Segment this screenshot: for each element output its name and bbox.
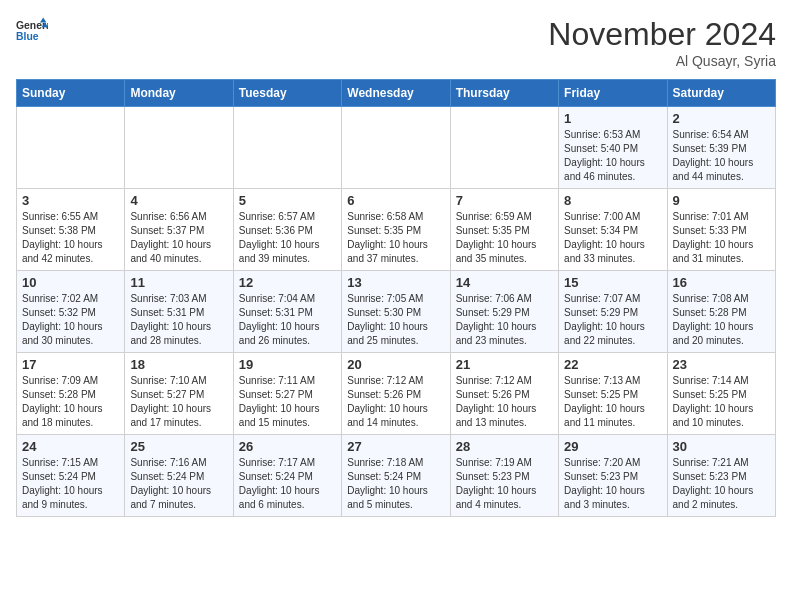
calendar-cell	[17, 107, 125, 189]
day-number: 20	[347, 357, 444, 372]
day-number: 14	[456, 275, 553, 290]
day-detail: Sunrise: 7:10 AM Sunset: 5:27 PM Dayligh…	[130, 374, 227, 430]
day-detail: Sunrise: 7:06 AM Sunset: 5:29 PM Dayligh…	[456, 292, 553, 348]
calendar-cell: 10Sunrise: 7:02 AM Sunset: 5:32 PM Dayli…	[17, 271, 125, 353]
day-number: 23	[673, 357, 770, 372]
calendar-cell: 28Sunrise: 7:19 AM Sunset: 5:23 PM Dayli…	[450, 435, 558, 517]
day-detail: Sunrise: 6:56 AM Sunset: 5:37 PM Dayligh…	[130, 210, 227, 266]
day-number: 22	[564, 357, 661, 372]
calendar-cell: 1Sunrise: 6:53 AM Sunset: 5:40 PM Daylig…	[559, 107, 667, 189]
day-number: 7	[456, 193, 553, 208]
month-title: November 2024	[548, 16, 776, 53]
calendar-cell: 3Sunrise: 6:55 AM Sunset: 5:38 PM Daylig…	[17, 189, 125, 271]
day-detail: Sunrise: 7:00 AM Sunset: 5:34 PM Dayligh…	[564, 210, 661, 266]
calendar-week-row: 1Sunrise: 6:53 AM Sunset: 5:40 PM Daylig…	[17, 107, 776, 189]
day-detail: Sunrise: 7:07 AM Sunset: 5:29 PM Dayligh…	[564, 292, 661, 348]
calendar-cell: 22Sunrise: 7:13 AM Sunset: 5:25 PM Dayli…	[559, 353, 667, 435]
day-number: 17	[22, 357, 119, 372]
location-subtitle: Al Qusayr, Syria	[548, 53, 776, 69]
calendar-week-row: 24Sunrise: 7:15 AM Sunset: 5:24 PM Dayli…	[17, 435, 776, 517]
title-block: November 2024 Al Qusayr, Syria	[548, 16, 776, 69]
weekday-header: Sunday	[17, 80, 125, 107]
calendar-cell: 16Sunrise: 7:08 AM Sunset: 5:28 PM Dayli…	[667, 271, 775, 353]
calendar-week-row: 17Sunrise: 7:09 AM Sunset: 5:28 PM Dayli…	[17, 353, 776, 435]
calendar-cell: 12Sunrise: 7:04 AM Sunset: 5:31 PM Dayli…	[233, 271, 341, 353]
calendar-cell: 8Sunrise: 7:00 AM Sunset: 5:34 PM Daylig…	[559, 189, 667, 271]
calendar-cell: 2Sunrise: 6:54 AM Sunset: 5:39 PM Daylig…	[667, 107, 775, 189]
day-number: 19	[239, 357, 336, 372]
day-number: 8	[564, 193, 661, 208]
day-detail: Sunrise: 7:18 AM Sunset: 5:24 PM Dayligh…	[347, 456, 444, 512]
day-number: 30	[673, 439, 770, 454]
day-number: 11	[130, 275, 227, 290]
day-detail: Sunrise: 6:58 AM Sunset: 5:35 PM Dayligh…	[347, 210, 444, 266]
day-number: 28	[456, 439, 553, 454]
day-detail: Sunrise: 7:11 AM Sunset: 5:27 PM Dayligh…	[239, 374, 336, 430]
calendar-cell: 20Sunrise: 7:12 AM Sunset: 5:26 PM Dayli…	[342, 353, 450, 435]
calendar-week-row: 3Sunrise: 6:55 AM Sunset: 5:38 PM Daylig…	[17, 189, 776, 271]
day-number: 3	[22, 193, 119, 208]
day-detail: Sunrise: 7:01 AM Sunset: 5:33 PM Dayligh…	[673, 210, 770, 266]
day-detail: Sunrise: 6:53 AM Sunset: 5:40 PM Dayligh…	[564, 128, 661, 184]
calendar-cell: 21Sunrise: 7:12 AM Sunset: 5:26 PM Dayli…	[450, 353, 558, 435]
calendar-cell: 15Sunrise: 7:07 AM Sunset: 5:29 PM Dayli…	[559, 271, 667, 353]
calendar-cell	[342, 107, 450, 189]
calendar-cell: 25Sunrise: 7:16 AM Sunset: 5:24 PM Dayli…	[125, 435, 233, 517]
day-number: 10	[22, 275, 119, 290]
weekday-header: Tuesday	[233, 80, 341, 107]
day-detail: Sunrise: 7:15 AM Sunset: 5:24 PM Dayligh…	[22, 456, 119, 512]
day-detail: Sunrise: 6:57 AM Sunset: 5:36 PM Dayligh…	[239, 210, 336, 266]
day-number: 9	[673, 193, 770, 208]
day-number: 13	[347, 275, 444, 290]
calendar-cell	[233, 107, 341, 189]
day-number: 21	[456, 357, 553, 372]
calendar-cell: 17Sunrise: 7:09 AM Sunset: 5:28 PM Dayli…	[17, 353, 125, 435]
day-number: 26	[239, 439, 336, 454]
day-number: 15	[564, 275, 661, 290]
day-detail: Sunrise: 7:16 AM Sunset: 5:24 PM Dayligh…	[130, 456, 227, 512]
day-detail: Sunrise: 7:09 AM Sunset: 5:28 PM Dayligh…	[22, 374, 119, 430]
day-number: 2	[673, 111, 770, 126]
day-number: 25	[130, 439, 227, 454]
day-number: 12	[239, 275, 336, 290]
logo: General Blue	[16, 16, 48, 44]
day-number: 18	[130, 357, 227, 372]
day-detail: Sunrise: 7:17 AM Sunset: 5:24 PM Dayligh…	[239, 456, 336, 512]
day-number: 4	[130, 193, 227, 208]
svg-text:Blue: Blue	[16, 31, 39, 42]
weekday-header: Thursday	[450, 80, 558, 107]
day-detail: Sunrise: 7:03 AM Sunset: 5:31 PM Dayligh…	[130, 292, 227, 348]
calendar-week-row: 10Sunrise: 7:02 AM Sunset: 5:32 PM Dayli…	[17, 271, 776, 353]
day-detail: Sunrise: 7:02 AM Sunset: 5:32 PM Dayligh…	[22, 292, 119, 348]
day-number: 5	[239, 193, 336, 208]
calendar-header-row: SundayMondayTuesdayWednesdayThursdayFrid…	[17, 80, 776, 107]
calendar-cell: 14Sunrise: 7:06 AM Sunset: 5:29 PM Dayli…	[450, 271, 558, 353]
calendar-cell	[450, 107, 558, 189]
weekday-header: Saturday	[667, 80, 775, 107]
calendar-cell: 9Sunrise: 7:01 AM Sunset: 5:33 PM Daylig…	[667, 189, 775, 271]
day-detail: Sunrise: 7:14 AM Sunset: 5:25 PM Dayligh…	[673, 374, 770, 430]
calendar-cell: 30Sunrise: 7:21 AM Sunset: 5:23 PM Dayli…	[667, 435, 775, 517]
day-number: 24	[22, 439, 119, 454]
day-detail: Sunrise: 7:12 AM Sunset: 5:26 PM Dayligh…	[456, 374, 553, 430]
weekday-header: Friday	[559, 80, 667, 107]
day-number: 6	[347, 193, 444, 208]
calendar-cell: 23Sunrise: 7:14 AM Sunset: 5:25 PM Dayli…	[667, 353, 775, 435]
day-detail: Sunrise: 7:20 AM Sunset: 5:23 PM Dayligh…	[564, 456, 661, 512]
calendar-cell: 29Sunrise: 7:20 AM Sunset: 5:23 PM Dayli…	[559, 435, 667, 517]
day-detail: Sunrise: 7:21 AM Sunset: 5:23 PM Dayligh…	[673, 456, 770, 512]
day-number: 1	[564, 111, 661, 126]
day-detail: Sunrise: 7:12 AM Sunset: 5:26 PM Dayligh…	[347, 374, 444, 430]
day-detail: Sunrise: 6:54 AM Sunset: 5:39 PM Dayligh…	[673, 128, 770, 184]
day-detail: Sunrise: 6:59 AM Sunset: 5:35 PM Dayligh…	[456, 210, 553, 266]
page-header: General Blue November 2024 Al Qusayr, Sy…	[16, 16, 776, 69]
calendar-cell: 26Sunrise: 7:17 AM Sunset: 5:24 PM Dayli…	[233, 435, 341, 517]
day-detail: Sunrise: 7:08 AM Sunset: 5:28 PM Dayligh…	[673, 292, 770, 348]
calendar-cell: 27Sunrise: 7:18 AM Sunset: 5:24 PM Dayli…	[342, 435, 450, 517]
weekday-header: Monday	[125, 80, 233, 107]
calendar-cell: 5Sunrise: 6:57 AM Sunset: 5:36 PM Daylig…	[233, 189, 341, 271]
calendar-cell: 19Sunrise: 7:11 AM Sunset: 5:27 PM Dayli…	[233, 353, 341, 435]
day-detail: Sunrise: 7:19 AM Sunset: 5:23 PM Dayligh…	[456, 456, 553, 512]
day-number: 29	[564, 439, 661, 454]
day-detail: Sunrise: 6:55 AM Sunset: 5:38 PM Dayligh…	[22, 210, 119, 266]
